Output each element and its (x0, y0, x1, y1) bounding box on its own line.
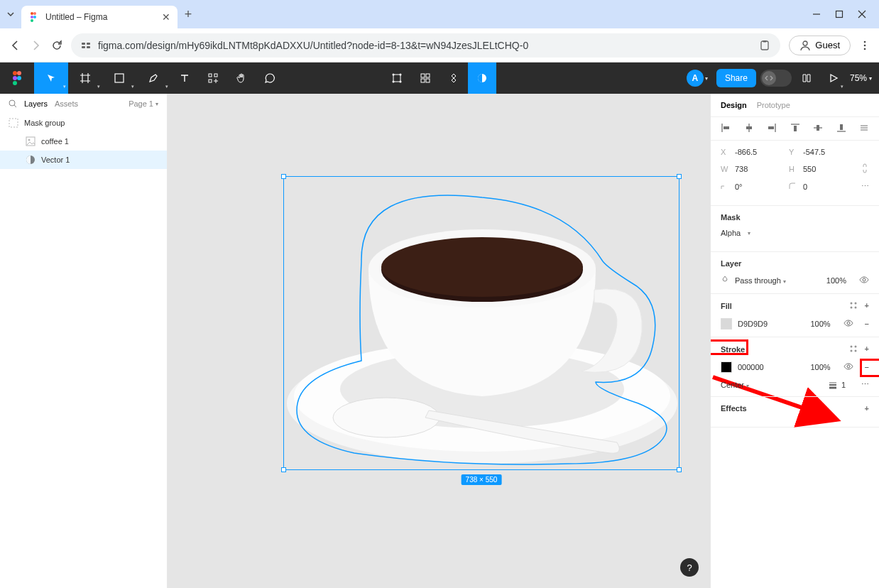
blend-mode-icon[interactable] (721, 276, 729, 285)
selection-dimensions: 738 × 550 (462, 474, 502, 485)
stroke-weight-field[interactable]: 1 (829, 381, 846, 389)
tab-search-dropdown[interactable] (0, 10, 21, 18)
add-effect-icon[interactable]: + (865, 404, 869, 413)
rotation-field[interactable]: 0° (721, 183, 785, 191)
chevron-down-icon: ▾ (63, 84, 66, 89)
align-bottom-icon[interactable] (836, 123, 846, 134)
align-right-icon[interactable] (767, 123, 777, 134)
pen-tool[interactable]: ▾ (136, 62, 170, 94)
browser-menu-icon[interactable] (859, 40, 870, 51)
layer-vector[interactable]: Vector 1 (0, 151, 167, 169)
align-top-icon[interactable] (790, 123, 800, 134)
nav-forward-icon[interactable] (30, 39, 43, 52)
tab-close-icon[interactable]: ✕ (162, 11, 170, 23)
design-tab[interactable]: Design (721, 101, 747, 109)
svg-rect-33 (421, 79, 425, 82)
new-tab-button[interactable]: + (178, 7, 199, 22)
layer-mask-group[interactable]: Mask group (0, 114, 167, 132)
profile-guest-button[interactable]: Guest (789, 36, 851, 55)
align-hcenter-icon[interactable] (744, 123, 754, 134)
stroke-visibility-icon[interactable] (843, 361, 853, 373)
user-avatar[interactable]: A (687, 70, 704, 87)
fill-opacity-field[interactable]: 100% (810, 320, 830, 328)
height-field[interactable]: H550 (789, 165, 853, 173)
design-panel: Design Prototype X-866.5 Y-547.5 W738 H5… (710, 94, 879, 588)
stroke-hex-field[interactable]: 000000 (738, 363, 764, 371)
edit-object-icon[interactable] (383, 62, 411, 94)
layers-tab[interactable]: Layers (24, 99, 48, 108)
blend-mode-selector[interactable]: Pass through▾ (735, 276, 786, 285)
style-picker-icon[interactable] (849, 301, 858, 311)
hand-tool[interactable] (227, 62, 256, 94)
assets-tab[interactable]: Assets (55, 99, 78, 108)
mask-mode-selector[interactable]: Alpha▾ (721, 229, 869, 237)
align-vcenter-icon[interactable] (813, 123, 823, 134)
stroke-style-picker-icon[interactable] (849, 344, 858, 354)
svg-point-28 (400, 74, 402, 76)
stroke-swatch[interactable] (721, 361, 732, 373)
stroke-opacity-field[interactable]: 100% (810, 363, 830, 371)
svg-rect-38 (9, 119, 18, 127)
window-maximize-icon[interactable] (835, 10, 843, 18)
chevron-down-icon[interactable]: ▾ (705, 75, 708, 82)
add-stroke-icon[interactable]: + (865, 344, 869, 354)
y-field[interactable]: Y-547.5 (789, 148, 853, 156)
prototype-tab[interactable]: Prototype (757, 101, 790, 109)
width-field[interactable]: W738 (721, 165, 785, 173)
x-field[interactable]: X-866.5 (721, 148, 785, 156)
present-button[interactable]: ▾ (821, 62, 846, 94)
figma-menu-button[interactable] (0, 70, 34, 86)
boolean-tool[interactable] (468, 62, 496, 94)
svg-point-29 (393, 81, 395, 83)
svg-rect-12 (763, 40, 767, 43)
tidy-up-icon[interactable] (859, 123, 869, 134)
chevron-down-icon: ▾ (131, 84, 134, 89)
visibility-icon[interactable] (859, 275, 869, 286)
use-as-mask-icon[interactable] (440, 62, 468, 94)
corner-radius-field[interactable]: 0 (789, 183, 853, 191)
add-fill-icon[interactable]: + (865, 301, 869, 311)
browser-tab[interactable]: Untitled – Figma ✕ (21, 6, 178, 28)
svg-point-13 (803, 41, 807, 45)
layer-coffee[interactable]: coffee 1 (0, 132, 167, 151)
fill-visibility-icon[interactable] (843, 318, 853, 330)
layer-opacity-field[interactable]: 100% (826, 276, 846, 285)
comment-tool[interactable] (256, 62, 284, 94)
stroke-advanced-icon[interactable]: ⋯ (861, 380, 869, 389)
align-left-icon[interactable] (721, 123, 731, 134)
text-tool[interactable] (170, 62, 199, 94)
library-icon[interactable] (796, 62, 817, 94)
site-settings-icon[interactable] (81, 40, 91, 50)
nav-reload-icon[interactable] (51, 40, 62, 51)
svg-rect-61 (840, 124, 843, 130)
shape-tool[interactable]: ▾ (102, 62, 136, 94)
url-field[interactable]: figma.com/design/mHy69ikdLNTMt8pKdADXXU/… (71, 33, 780, 58)
window-close-icon[interactable] (858, 10, 866, 18)
stroke-align-selector[interactable]: Center▾ (721, 381, 749, 389)
canvas[interactable]: 738 × 550 ? (168, 94, 710, 588)
page-selector[interactable]: Page 1▾ (129, 99, 158, 108)
zoom-control[interactable]: 75%▾ (850, 73, 872, 83)
clipboard-icon[interactable] (759, 40, 770, 51)
constrain-proportions-icon[interactable] (861, 163, 869, 175)
svg-rect-26 (393, 75, 400, 82)
search-icon[interactable] (9, 99, 17, 108)
share-button[interactable]: Share (716, 69, 756, 87)
create-component-icon[interactable] (411, 62, 440, 94)
dev-mode-toggle[interactable] (760, 70, 792, 87)
remove-fill-icon[interactable]: − (865, 320, 869, 328)
svg-point-21 (13, 81, 17, 85)
window-minimize-icon[interactable] (812, 10, 821, 18)
nav-back-icon[interactable] (9, 39, 21, 52)
frame-tool[interactable]: ▾ (68, 62, 102, 94)
fill-hex-field[interactable]: D9D9D9 (738, 320, 768, 328)
svg-rect-24 (214, 74, 217, 77)
fill-swatch[interactable] (721, 318, 732, 330)
more-options-icon[interactable]: ⋯ (861, 182, 869, 191)
layer-section-title: Layer (721, 259, 869, 268)
coffee-image[interactable] (283, 176, 679, 470)
move-tool[interactable]: ▾ (34, 62, 68, 94)
resources-tool[interactable] (199, 62, 227, 94)
svg-point-19 (13, 76, 17, 80)
help-button[interactable]: ? (680, 558, 699, 577)
